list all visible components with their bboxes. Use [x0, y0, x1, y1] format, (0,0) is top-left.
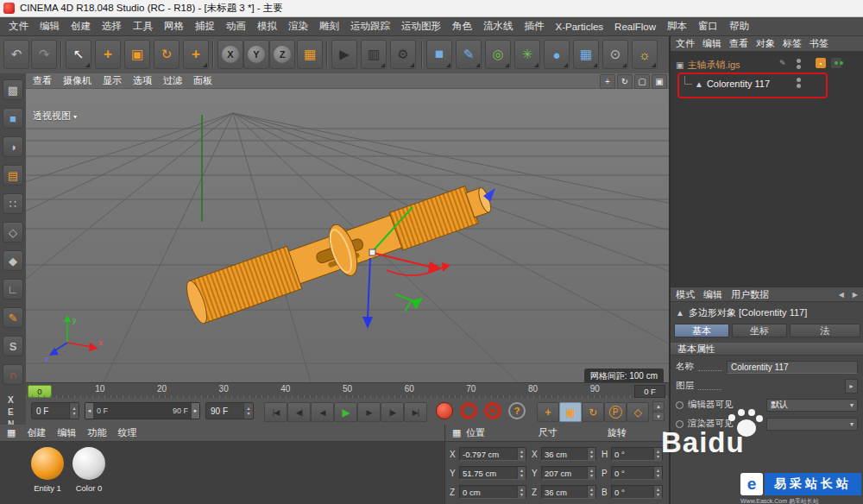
render-region-button[interactable]: ▥	[361, 40, 387, 69]
am-menu-mode[interactable]: 模式	[676, 288, 695, 301]
spinner[interactable]: ▴▾	[517, 467, 526, 479]
om-menu-item-1[interactable]: 编辑	[702, 37, 721, 50]
object-row-igs[interactable]: ▣ 主轴承销.igs	[676, 57, 740, 72]
add-cube-button[interactable]: ■	[426, 40, 452, 69]
screw-model[interactable]	[181, 173, 498, 330]
timeline-frame-field[interactable]: 0 F	[634, 385, 665, 398]
viewport-pan-icon[interactable]: +	[600, 74, 615, 89]
spline-pen-button[interactable]: ✎	[456, 40, 482, 69]
key-parameter-button[interactable]: P	[604, 402, 627, 422]
jump-start-button[interactable]: |◀	[264, 402, 287, 422]
om-menu-item-5[interactable]: 书签	[809, 37, 828, 50]
size-x-field[interactable]: 36 cm▴▾	[541, 447, 596, 461]
menubar-item-17[interactable]: RealFlow	[614, 22, 656, 32]
viewport-menu-item-1[interactable]: 摄像机	[63, 74, 91, 87]
mograph-button[interactable]: ✳	[514, 40, 540, 69]
history-forward-icon[interactable]: ▶	[853, 291, 858, 299]
menubar-item-3[interactable]: 选择	[102, 20, 122, 33]
panel-grid-icon[interactable]: ▦	[7, 427, 16, 438]
viewport-orbit-icon[interactable]: ↻	[617, 74, 633, 89]
play-button[interactable]: ▶	[334, 402, 357, 422]
material-thumb-color0[interactable]	[72, 447, 105, 480]
object-manager-tree[interactable]: ▣ 主轴承销.igs ✎ ▪ ▲ Colorentity 117	[671, 52, 863, 287]
z-axis-lock-button[interactable]: Z	[269, 40, 295, 69]
key-position-button[interactable]: +	[537, 402, 559, 422]
spinner[interactable]: ▴▾	[587, 486, 595, 498]
material-menu-function[interactable]: 功能	[87, 426, 106, 439]
render-settings-button[interactable]: ⚙	[390, 40, 416, 69]
tab-coordinates[interactable]: 坐标	[732, 324, 787, 337]
history-back-icon[interactable]: ◀	[839, 291, 844, 299]
menubar-item-20[interactable]: 帮助	[729, 20, 749, 33]
menubar-item-4[interactable]: 工具	[133, 20, 153, 33]
menubar-item-16[interactable]: X-Particles	[556, 22, 604, 32]
help-button[interactable]: ?	[508, 402, 526, 419]
coordinate-system-button[interactable]: ▦	[297, 40, 323, 69]
layer-flyout-button[interactable]: ▸	[845, 379, 858, 394]
tab-basic[interactable]: 基本	[674, 324, 729, 337]
timeline-ruler[interactable]: 0 102030405060708090 0 F	[26, 382, 669, 400]
spinner[interactable]: ▴▾	[653, 448, 662, 460]
menubar-item-10[interactable]: 雕刻	[319, 20, 339, 33]
range-left-handle[interactable]: ◂	[85, 403, 93, 419]
frame-range-slider[interactable]: ◂ 0 F 90 F ▸	[85, 402, 200, 419]
menubar-item-8[interactable]: 模拟	[257, 20, 277, 33]
autokey-button[interactable]	[460, 402, 477, 419]
end-frame-field[interactable]: 90 F ▴▾	[205, 402, 254, 419]
position-x-field[interactable]: -0.797 cm▴▾	[459, 447, 526, 461]
spinner[interactable]: ▴▾	[587, 448, 595, 460]
tab-phong[interactable]: 法	[790, 324, 860, 337]
frame-spinner[interactable]: ▴▾	[69, 403, 79, 419]
om-menu-item-2[interactable]: 查看	[729, 37, 748, 50]
prev-frame-button[interactable]: ◀	[311, 402, 334, 422]
viewport-menu-item-5[interactable]: 面板	[193, 74, 212, 87]
menubar-item-2[interactable]: 创建	[71, 20, 91, 33]
x-axis-lock-button[interactable]: X	[217, 40, 243, 69]
viewport-zoom-icon[interactable]: ▢	[634, 74, 650, 89]
range-right-handle[interactable]: ▸	[192, 403, 199, 419]
next-frame-button[interactable]: ▶	[357, 402, 381, 422]
size-y-field[interactable]: 207 cm▴▾	[541, 466, 596, 480]
spinner[interactable]: ▴▾	[653, 486, 662, 498]
menubar-item-1[interactable]: 编辑	[40, 20, 60, 33]
viewport-menu-item-0[interactable]: 查看	[33, 74, 52, 87]
snap-button[interactable]: S	[3, 336, 23, 356]
menubar-item-6[interactable]: 捕捉	[195, 20, 215, 33]
edges-mode-button[interactable]: ◇	[3, 222, 23, 243]
key-rotation-button[interactable]: ↻	[582, 402, 604, 422]
y-axis-lock-button[interactable]: Y	[243, 40, 269, 69]
next-key-button[interactable]: |▶	[381, 402, 404, 422]
name-input[interactable]: Colorentity 117	[727, 361, 858, 374]
object-axis-button[interactable]: ∟	[3, 279, 23, 299]
keyframe-selection-button[interactable]	[484, 402, 501, 419]
redo-button[interactable]: ↷	[31, 40, 57, 69]
light-button[interactable]: ☼	[632, 40, 658, 69]
animation-dot-icon[interactable]	[676, 420, 683, 428]
material-label[interactable]: Color 0	[67, 483, 110, 493]
texture-tag-icon[interactable]: ▪	[816, 58, 826, 68]
view-label[interactable]: 透视视图 ▾	[33, 110, 77, 123]
layout-grid-icon[interactable]: ▩	[3, 79, 23, 100]
material-thumb-entity1[interactable]	[31, 447, 64, 480]
phong-tag-icon[interactable]	[831, 58, 841, 68]
key-scale-button[interactable]: ▣	[559, 402, 582, 422]
menubar-item-19[interactable]: 窗口	[698, 20, 718, 33]
polygons-mode-button[interactable]: ◆	[3, 250, 23, 271]
menubar-item-12[interactable]: 运动图形	[401, 20, 441, 33]
scroll-up-icon[interactable]: ▴	[652, 401, 665, 411]
move-tool-button[interactable]: +	[95, 40, 121, 69]
viewport-menu-item-2[interactable]: 显示	[103, 74, 122, 87]
undo-button[interactable]: ↶	[3, 40, 29, 69]
menubar-item-13[interactable]: 角色	[452, 20, 472, 33]
render-view-button[interactable]: ▶	[331, 40, 357, 69]
spinner[interactable]: ▴▾	[517, 486, 526, 498]
om-menu-item-0[interactable]: 文件	[676, 37, 695, 50]
size-z-field[interactable]: 36 cm▴▾	[541, 485, 596, 499]
menubar-item-7[interactable]: 动画	[226, 20, 246, 33]
om-menu-item-4[interactable]: 标签	[783, 37, 802, 50]
record-button[interactable]	[436, 402, 453, 419]
spinner[interactable]: ▴▾	[587, 467, 595, 479]
rotation-h-field[interactable]: 0 °▴▾	[611, 447, 663, 461]
key-pla-button[interactable]: ◇	[627, 402, 649, 422]
visibility-dots[interactable]	[797, 59, 801, 69]
